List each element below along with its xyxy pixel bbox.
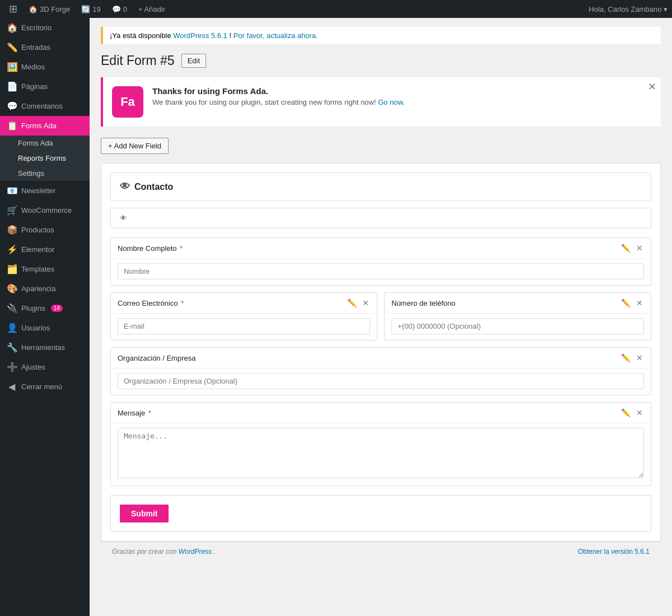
- field-delete-btn-organizacion[interactable]: ✕: [635, 352, 644, 363]
- section-title: Contacto: [134, 182, 173, 192]
- field-edit-btn-correo[interactable]: ✏️: [346, 297, 358, 309]
- field-input-organizacion[interactable]: [118, 373, 644, 389]
- submenu-item-forms-ada-main[interactable]: Forms Ada: [0, 136, 90, 151]
- update-notice: ¡Ya está disponible WordPress 5.6.1 ! Po…: [101, 27, 661, 44]
- sidebar-item-newsletter[interactable]: 📧 Newsletter: [0, 181, 90, 200]
- field-edit-btn-organizacion[interactable]: ✏️: [620, 352, 632, 363]
- sidebar-item-medios[interactable]: 🖼️ Medios: [0, 57, 90, 77]
- adminbar-add-new[interactable]: + Añadir: [134, 0, 170, 18]
- sub-eye-icon: 👁: [120, 214, 127, 222]
- footer-version-link[interactable]: Obtener la versión 5.6.1: [578, 548, 650, 556]
- sidebar-label-medios: Medios: [21, 63, 45, 71]
- sidebar-item-paginas[interactable]: 📄 Páginas: [0, 77, 90, 96]
- comments-count: 0: [123, 5, 127, 13]
- sidebar-item-entradas[interactable]: ✏️ Entradas: [0, 38, 90, 57]
- sidebar-item-plugins[interactable]: 🔌 Plugins 14: [0, 298, 90, 318]
- field-input-nombre-completo[interactable]: [118, 263, 644, 279]
- site-home-icon: 🏠: [29, 5, 38, 13]
- section-header-contacto: 👁 Contacto: [110, 172, 651, 201]
- sidebar-item-cerrar-menu[interactable]: ◀ Cerrar menú: [0, 377, 90, 396]
- footer-text-after: .: [213, 548, 215, 556]
- sidebar-item-woocommerce[interactable]: 🛒 WooCommerce: [0, 200, 90, 220]
- field-delete-btn-correo[interactable]: ✕: [361, 297, 370, 309]
- sidebar-item-elementor[interactable]: ⚡ Elementor: [0, 240, 90, 259]
- footer-right: Obtener la versión 5.6.1: [578, 548, 650, 556]
- adminbar-updates[interactable]: 🔄 19: [77, 0, 105, 18]
- sidebar-label-entradas: Entradas: [21, 43, 50, 52]
- main-content: ¡Ya está disponible WordPress 5.6.1 ! Po…: [90, 18, 672, 616]
- field-actions-telefono: ✏️ ✕: [620, 297, 644, 309]
- page-title: Edit Form #5: [101, 53, 175, 68]
- sidebar-item-ajustes[interactable]: ➕ Ajustes: [0, 357, 90, 377]
- cerrar-menu-icon: ◀: [7, 381, 17, 392]
- forms-ada-icon: 📋: [7, 120, 17, 131]
- submit-button[interactable]: Submit: [120, 505, 169, 522]
- sidebar-label-paginas: Páginas: [21, 82, 48, 91]
- sidebar-label-productos: Productos: [21, 226, 54, 234]
- footer-wordpress-link[interactable]: WordPress: [179, 548, 212, 556]
- sidebar-item-usuarios[interactable]: 👤 Usuarios: [0, 318, 90, 338]
- sidebar-label-templates: Templates: [21, 265, 54, 273]
- apariencia-icon: 🎨: [7, 283, 17, 294]
- entradas-icon: ✏️: [7, 42, 17, 53]
- form-editor: 👁 Contacto 👁 Nombre Completo * ✏️ ✕: [101, 163, 661, 542]
- edit-button[interactable]: Edit: [181, 54, 206, 68]
- welcome-go-now-link[interactable]: Go now.: [378, 98, 405, 106]
- sidebar-item-comentarios[interactable]: 💬 Comentarios: [0, 96, 90, 116]
- medios-icon: 🖼️: [7, 62, 17, 72]
- submenu-item-reports-forms[interactable]: Reports Forms: [0, 151, 90, 166]
- notice-update-link[interactable]: Por favor, actualiza ahora.: [234, 31, 318, 40]
- sidebar-label-escritorio: Escritorio: [21, 24, 52, 32]
- field-edit-btn-nombre-completo[interactable]: ✏️: [620, 242, 632, 254]
- submenu-item-settings[interactable]: Settings: [0, 166, 90, 181]
- updates-count: 19: [92, 5, 100, 13]
- field-block-organizacion: Organización / Empresa ✏️ ✕: [110, 347, 651, 395]
- add-new-field-button[interactable]: + Add New Field: [101, 138, 169, 154]
- page-footer: Gracias por crear con WordPress . Obtene…: [101, 542, 661, 561]
- notice-wp-link[interactable]: WordPress 5.6.1: [173, 31, 227, 40]
- field-label-telefono: Número de teléfono: [391, 299, 455, 307]
- field-delete-btn-mensaje[interactable]: ✕: [635, 407, 644, 418]
- field-delete-btn-telefono[interactable]: ✕: [635, 297, 644, 309]
- field-input-wrap-organizacion: [111, 368, 651, 395]
- welcome-banner-close[interactable]: ✕: [648, 82, 656, 92]
- sidebar: 🏠 Escritorio ✏️ Entradas 🖼️ Medios 📄 Pág…: [0, 18, 90, 616]
- sidebar-label-newsletter: Newsletter: [21, 186, 55, 195]
- sidebar-item-forms-ada[interactable]: 📋 Forms Ada: [0, 116, 90, 136]
- plugins-icon: 🔌: [7, 303, 17, 314]
- field-delete-btn-nombre-completo[interactable]: ✕: [635, 242, 644, 254]
- sidebar-item-templates[interactable]: 🗂️ Templates: [0, 259, 90, 279]
- sidebar-item-productos[interactable]: 📦 Productos: [0, 220, 90, 240]
- sidebar-label-plugins: Plugins: [21, 304, 45, 312]
- submit-row: Submit: [110, 495, 651, 532]
- sidebar-label-comentarios: Comentarios: [21, 102, 63, 110]
- herramientas-icon: 🔧: [7, 342, 17, 353]
- sidebar-item-herramientas[interactable]: 🔧 Herramientas: [0, 338, 90, 357]
- sidebar-item-apariencia[interactable]: 🎨 Apariencia: [0, 279, 90, 298]
- adminbar-comments[interactable]: 💬 0: [108, 0, 132, 18]
- adminbar-wp-logo[interactable]: ⊞: [4, 0, 22, 18]
- field-input-wrap-mensaje: [111, 423, 651, 486]
- adminbar-site-name[interactable]: 🏠 3D Forge: [24, 0, 74, 18]
- usuarios-icon: 👤: [7, 323, 17, 333]
- plugins-badge: 14: [51, 305, 63, 312]
- field-edit-btn-telefono[interactable]: ✏️: [620, 297, 632, 309]
- field-label-correo: Correo Electrónico *: [118, 299, 184, 307]
- welcome-body: We thank you for using our plugin, start…: [152, 98, 405, 106]
- field-textarea-mensaje[interactable]: [118, 428, 644, 478]
- sidebar-label-herramientas: Herramientas: [21, 343, 65, 352]
- footer-left: Gracias por crear con WordPress .: [112, 548, 216, 556]
- section-eye-icon: 👁: [120, 181, 130, 193]
- sidebar-label-apariencia: Apariencia: [21, 284, 55, 293]
- wordpress-icon: ⊞: [9, 3, 17, 15]
- field-edit-btn-mensaje[interactable]: ✏️: [620, 407, 632, 418]
- field-header-nombre-completo: Nombre Completo * ✏️ ✕: [111, 238, 651, 259]
- sidebar-item-escritorio[interactable]: 🏠 Escritorio: [0, 18, 90, 38]
- field-actions-mensaje: ✏️ ✕: [620, 407, 644, 418]
- field-input-correo[interactable]: [118, 318, 370, 334]
- add-new-label: + Añadir: [138, 5, 165, 13]
- field-input-telefono[interactable]: [391, 318, 644, 334]
- sidebar-label-ajustes: Ajustes: [21, 363, 45, 371]
- comentarios-icon: 💬: [7, 101, 17, 111]
- field-input-wrap-telefono: [385, 314, 651, 340]
